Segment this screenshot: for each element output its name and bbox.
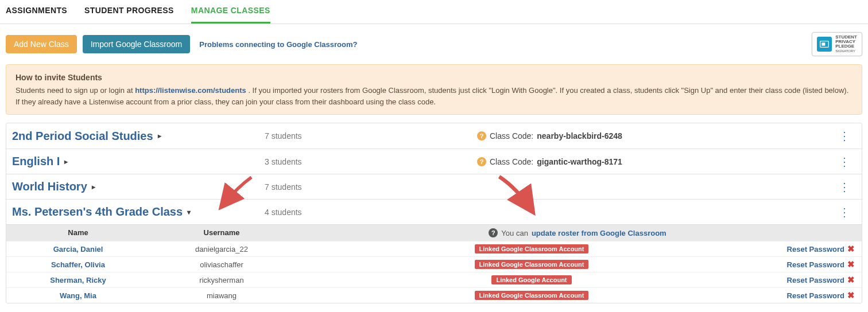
class-name-toggle[interactable]: English I ▸	[6, 155, 265, 168]
roster-row: Wang, Mia miawang Linked Google Classroo…	[6, 287, 862, 303]
student-count: 3 students	[265, 157, 477, 166]
kebab-menu-icon[interactable]: ⋮	[827, 205, 862, 219]
linked-account-badge: Linked Google Classroom Account	[475, 291, 589, 300]
student-name-link[interactable]: Schaffer, Olivia	[6, 260, 150, 269]
caret-right-icon: ▸	[158, 132, 161, 140]
reset-password-link[interactable]: Reset Password	[770, 291, 844, 300]
roster-row: Schaffer, Olivia oliviaschaffer Linked G…	[6, 256, 862, 272]
linked-account-badge: Linked Google Classroom Account	[475, 260, 589, 269]
update-roster-link[interactable]: update roster from Google Classroom	[532, 229, 666, 237]
roster-row: Garcia, Daniel danielgarcia_22 Linked Go…	[6, 241, 862, 256]
tab-student-progress[interactable]: STUDENT PROGRESS	[84, 0, 174, 24]
remove-student-icon[interactable]: ✖	[844, 259, 862, 270]
student-username: danielgarcia_22	[150, 245, 293, 253]
class-row: 2nd Period Social Studies ▸ 7 students ?…	[6, 123, 862, 149]
students-signup-link[interactable]: https://listenwise.com/students	[135, 86, 246, 95]
alert-body-pre: Students need to sign up or login at	[16, 86, 135, 95]
class-row: English I ▸ 3 students ? Class Code: gig…	[6, 149, 862, 174]
tabs-bar: ASSIGNMENTS STUDENT PROGRESS MANAGE CLAS…	[0, 0, 868, 24]
student-privacy-pledge-badge[interactable]: STUDENT PRIVACY PLEDGE SIGNATORY	[812, 32, 862, 56]
import-google-classroom-button[interactable]: Import Google Classroom	[83, 35, 191, 53]
class-list: 2nd Period Social Studies ▸ 7 students ?…	[6, 123, 862, 303]
help-icon[interactable]: ?	[477, 157, 486, 166]
student-count: 7 students	[265, 131, 477, 141]
update-roster-cell: ? You can update roster from Google Clas…	[293, 228, 862, 237]
class-code-cell: ? Class Code: nearby-blackbird-6248	[477, 131, 827, 141]
remove-student-icon[interactable]: ✖	[844, 275, 862, 285]
class-row: World History ▸ 7 students ⋮	[6, 174, 862, 199]
caret-right-icon: ▸	[64, 158, 68, 166]
svg-rect-1	[822, 42, 826, 45]
class-name-toggle[interactable]: 2nd Period Social Studies ▸	[6, 130, 265, 143]
toolbar: Add New Class Import Google Classroom Pr…	[0, 24, 868, 64]
help-icon[interactable]: ?	[489, 228, 498, 237]
tab-assignments[interactable]: ASSIGNMENTS	[6, 0, 67, 24]
class-code-value: gigantic-warthog-8171	[537, 157, 622, 166]
roster-header: Name Username ? You can update roster fr…	[6, 224, 862, 241]
invite-students-alert: How to invite Students Students need to …	[6, 64, 862, 115]
kebab-menu-icon[interactable]: ⋮	[827, 155, 862, 169]
reset-password-link[interactable]: Reset Password	[770, 276, 844, 284]
roster-row: Sherman, Ricky rickysherman Linked Googl…	[6, 272, 862, 287]
class-name-toggle[interactable]: World History ▸	[6, 180, 265, 193]
reset-password-link[interactable]: Reset Password	[770, 260, 844, 269]
class-name-label: 2nd Period Social Studies	[12, 130, 153, 143]
col-name: Name	[6, 228, 150, 237]
remove-student-icon[interactable]: ✖	[844, 290, 862, 301]
problems-connecting-link[interactable]: Problems connecting to Google Classroom?	[199, 40, 357, 49]
reset-password-link[interactable]: Reset Password	[770, 245, 844, 253]
student-count: 7 students	[265, 182, 477, 192]
linked-account-badge: Linked Google Classroom Account	[475, 244, 589, 253]
add-new-class-button[interactable]: Add New Class	[6, 35, 77, 53]
class-name-label: World History	[12, 180, 87, 193]
student-name-link[interactable]: Sherman, Ricky	[6, 276, 150, 284]
class-code-label: Class Code:	[490, 131, 533, 141]
col-username: Username	[150, 228, 293, 237]
help-icon[interactable]: ?	[477, 131, 486, 141]
class-code-value: nearby-blackbird-6248	[537, 131, 622, 141]
linked-account-badge: Linked Google Account	[491, 275, 571, 284]
kebab-menu-icon[interactable]: ⋮	[827, 180, 862, 194]
class-code-cell: ? Class Code: gigantic-warthog-8171	[477, 157, 827, 166]
class-code-label: Class Code:	[490, 157, 533, 166]
student-username: miawang	[150, 291, 293, 300]
caret-down-icon: ▾	[187, 208, 191, 216]
student-name-link[interactable]: Wang, Mia	[6, 291, 150, 300]
kebab-menu-icon[interactable]: ⋮	[827, 129, 862, 143]
class-row: Ms. Petersen's 4th Grade Class ▾ 4 stude…	[6, 199, 862, 224]
update-roster-pre: You can	[501, 229, 528, 237]
caret-right-icon: ▸	[92, 183, 95, 191]
privacy-pledge-text: STUDENT PRIVACY PLEDGE SIGNATORY	[835, 35, 857, 53]
student-username: oliviaschaffer	[150, 260, 293, 269]
privacy-pledge-icon	[817, 37, 832, 52]
remove-student-icon[interactable]: ✖	[844, 244, 862, 254]
student-count: 4 students	[265, 208, 477, 217]
student-username: rickysherman	[150, 276, 293, 284]
class-name-label: English I	[12, 155, 60, 168]
tab-manage-classes[interactable]: MANAGE CLASSES	[191, 0, 270, 24]
class-name-label: Ms. Petersen's 4th Grade Class	[12, 205, 183, 219]
class-name-toggle[interactable]: Ms. Petersen's 4th Grade Class ▾	[6, 205, 265, 219]
alert-title: How to invite Students	[16, 72, 852, 84]
student-name-link[interactable]: Garcia, Daniel	[6, 245, 150, 253]
